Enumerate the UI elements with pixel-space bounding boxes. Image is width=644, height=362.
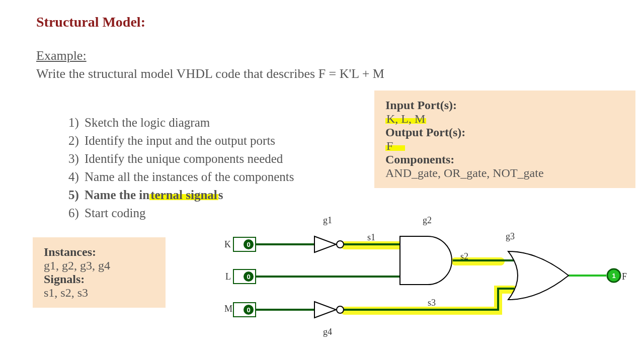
svg-text:1: 1	[612, 272, 615, 280]
instances-header: Instances:	[44, 245, 154, 259]
signals-value: s1, s2, s3	[44, 286, 154, 300]
components-header: Components:	[385, 153, 624, 166]
port-m-icon: 0	[233, 303, 256, 317]
port-l-label: L	[225, 272, 231, 282]
components-value: AND_gate, OR_gate, NOT_gate	[385, 166, 624, 180]
signal-s2-label: s2	[460, 251, 468, 262]
gate-g4-label: g4	[323, 327, 332, 337]
step-2: 2)Identify the input and the output port…	[68, 134, 294, 148]
or-gate-g3-icon	[508, 251, 569, 300]
port-f-icon: 1	[607, 269, 620, 282]
logic-diagram: K L M F g1 g2 g3 g4 s1 s2 s3	[226, 221, 639, 352]
port-m-label: M	[224, 304, 232, 314]
signal-s3-label: s3	[428, 298, 436, 308]
step-5: 5)Name the internal signals	[68, 188, 294, 202]
signal-s1-label: s1	[367, 232, 375, 243]
section-title: Structural Model:	[36, 14, 145, 30]
svg-point-19	[337, 241, 344, 248]
gate-g2-label: g2	[423, 215, 432, 226]
svg-text:0: 0	[247, 241, 250, 248]
input-ports-header: Input Port(s):	[385, 99, 624, 112]
port-k-icon: 0	[233, 237, 256, 251]
problem-prompt: Write the structural model VHDL code tha…	[36, 66, 384, 81]
gate-g3-label: g3	[506, 231, 515, 242]
ports-components-box: Input Port(s): K, L, M Output Port(s): F…	[374, 90, 635, 188]
svg-point-21	[337, 306, 344, 313]
svg-marker-20	[314, 302, 336, 318]
instances-signals-box: Instances: g1, g2, g3, g4 Signals: s1, s…	[33, 237, 166, 308]
step-3: 3)Identify the unique components needed	[68, 152, 294, 166]
input-ports-value: K, L, M	[385, 112, 624, 126]
gate-g1-label: g1	[323, 215, 332, 226]
port-l-icon: 0	[233, 269, 256, 284]
port-k-label: K	[224, 239, 231, 250]
and-gate-g2-icon	[400, 236, 452, 285]
svg-text:0: 0	[247, 306, 250, 314]
example-label: Example:	[36, 48, 87, 63]
output-ports-value: F	[385, 139, 624, 153]
step-4: 4)Name all the instances of the componen…	[68, 170, 294, 184]
steps-list: 1)Sketch the logic diagram 2)Identify th…	[48, 116, 294, 224]
step-1: 1)Sketch the logic diagram	[68, 116, 294, 130]
output-ports-header: Output Port(s):	[385, 126, 624, 139]
port-f-label: F	[622, 272, 627, 282]
step-6: 6)Start coding	[68, 206, 294, 220]
signals-header: Signals:	[44, 273, 154, 286]
svg-text:0: 0	[247, 273, 250, 281]
logic-diagram-svg: 0 0 0	[226, 221, 639, 352]
svg-marker-18	[314, 236, 336, 252]
not-gate-g4-icon	[314, 302, 344, 318]
instances-value: g1, g2, g3, g4	[44, 259, 154, 273]
not-gate-g1-icon	[314, 236, 344, 252]
